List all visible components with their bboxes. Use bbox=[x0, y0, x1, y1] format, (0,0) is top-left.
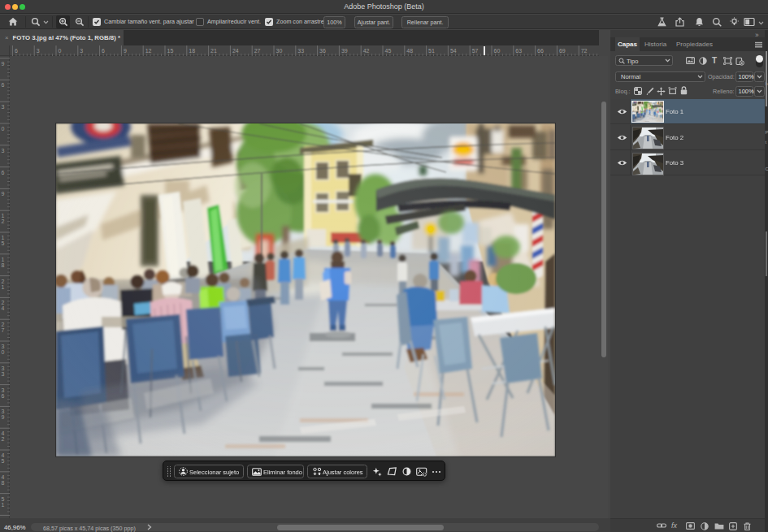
svg-text:9: 9 bbox=[124, 48, 127, 54]
svg-text:57: 57 bbox=[472, 48, 479, 54]
svg-text:24: 24 bbox=[232, 48, 239, 54]
svg-text:3: 3 bbox=[2, 148, 5, 154]
svg-text:3: 3 bbox=[2, 409, 5, 414]
svg-text:3: 3 bbox=[80, 48, 83, 54]
svg-text:66: 66 bbox=[537, 48, 544, 54]
svg-text:5: 5 bbox=[2, 240, 5, 246]
svg-text:2: 2 bbox=[2, 279, 5, 284]
svg-text:45: 45 bbox=[385, 48, 392, 54]
svg-text:36: 36 bbox=[319, 48, 326, 54]
svg-text:5: 5 bbox=[2, 496, 5, 502]
svg-text:6: 6 bbox=[2, 393, 5, 399]
svg-text:3: 3 bbox=[2, 104, 5, 110]
svg-text:4: 4 bbox=[2, 430, 5, 436]
svg-text:2: 2 bbox=[2, 300, 5, 305]
svg-text:1: 1 bbox=[2, 213, 5, 218]
svg-text:21: 21 bbox=[210, 48, 217, 54]
svg-text:0: 0 bbox=[2, 126, 5, 132]
svg-text:69: 69 bbox=[559, 48, 566, 54]
svg-text:9: 9 bbox=[2, 414, 5, 420]
svg-text:15: 15 bbox=[167, 48, 174, 54]
svg-text:6: 6 bbox=[2, 170, 5, 175]
svg-text:0: 0 bbox=[59, 48, 62, 54]
svg-text:0: 0 bbox=[2, 349, 5, 355]
svg-text:8: 8 bbox=[2, 262, 5, 268]
svg-text:1: 1 bbox=[2, 235, 5, 240]
svg-text:3: 3 bbox=[2, 344, 5, 349]
svg-text:12: 12 bbox=[145, 48, 152, 54]
svg-text:9: 9 bbox=[2, 61, 5, 67]
svg-text:6: 6 bbox=[15, 48, 18, 54]
svg-text:5: 5 bbox=[2, 458, 5, 464]
svg-text:3: 3 bbox=[2, 365, 5, 371]
svg-text:2: 2 bbox=[2, 218, 5, 224]
svg-text:54: 54 bbox=[450, 48, 457, 54]
svg-text:51: 51 bbox=[428, 48, 435, 54]
svg-text:4: 4 bbox=[2, 474, 5, 480]
svg-text:60: 60 bbox=[494, 48, 501, 54]
svg-text:48: 48 bbox=[406, 48, 413, 54]
svg-text:63: 63 bbox=[515, 48, 522, 54]
svg-text:3: 3 bbox=[37, 48, 40, 54]
svg-text:3: 3 bbox=[2, 371, 5, 377]
svg-text:1: 1 bbox=[2, 502, 5, 508]
svg-text:72: 72 bbox=[581, 48, 588, 54]
svg-text:27: 27 bbox=[254, 48, 261, 54]
svg-text:3: 3 bbox=[2, 387, 5, 393]
svg-text:1: 1 bbox=[2, 257, 5, 262]
svg-text:18: 18 bbox=[189, 48, 195, 54]
svg-text:33: 33 bbox=[297, 48, 304, 54]
svg-text:2: 2 bbox=[2, 436, 5, 442]
svg-text:4: 4 bbox=[2, 305, 5, 311]
svg-text:6: 6 bbox=[102, 48, 105, 54]
svg-text:8: 8 bbox=[2, 480, 5, 486]
svg-text:39: 39 bbox=[341, 48, 348, 54]
svg-text:6: 6 bbox=[2, 82, 5, 88]
svg-text:1: 1 bbox=[2, 284, 5, 290]
svg-text:42: 42 bbox=[363, 48, 370, 54]
svg-text:2: 2 bbox=[2, 322, 5, 327]
svg-text:4: 4 bbox=[2, 452, 5, 458]
svg-text:7: 7 bbox=[2, 327, 5, 333]
svg-text:30: 30 bbox=[276, 48, 283, 54]
svg-text:9: 9 bbox=[2, 191, 5, 197]
